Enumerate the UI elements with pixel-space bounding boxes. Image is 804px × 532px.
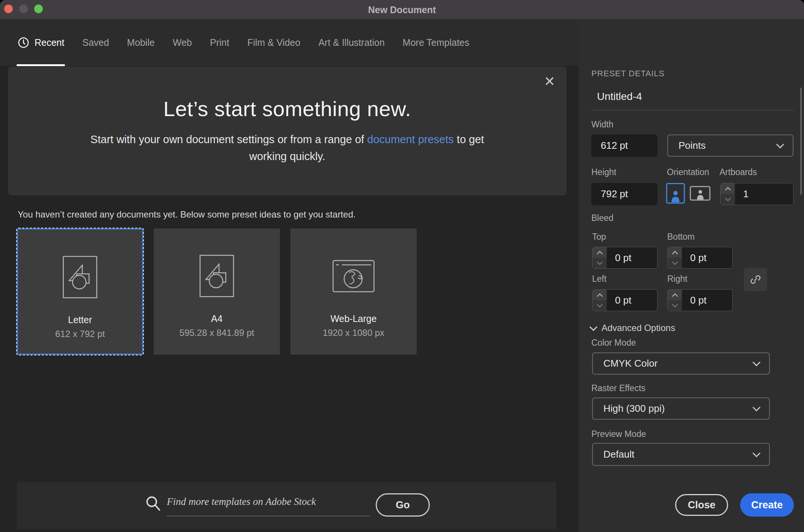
tab-label: Web	[173, 37, 192, 48]
orientation-label: Orientation	[667, 167, 709, 177]
tab-label: Mobile	[127, 37, 155, 48]
go-button[interactable]: Go	[376, 493, 430, 517]
bleed-top-label: Top	[592, 232, 606, 242]
increment-button[interactable]	[592, 290, 607, 300]
browser-globe-icon	[290, 260, 417, 292]
preset-dimensions: 1920 x 1080 px	[290, 328, 417, 338]
chevron-down-icon	[753, 404, 760, 411]
preset-card-web-large[interactable]: Web-Large 1920 x 1080 px	[290, 228, 417, 355]
increment-button[interactable]	[721, 183, 735, 194]
width-label: Width	[591, 119, 614, 130]
raster-effects-dropdown[interactable]: High (300 ppi)	[592, 397, 770, 420]
chevron-down-icon	[672, 259, 678, 265]
raster-effects-value: High (300 ppi)	[603, 403, 754, 414]
orientation-portrait-button[interactable]	[666, 183, 685, 204]
main-content: Let’s start something new. Start with yo…	[0, 66, 579, 532]
search-icon	[145, 496, 161, 512]
preset-card-letter[interactable]: Letter 612 x 792 pt	[17, 228, 143, 355]
decrement-button[interactable]	[592, 300, 607, 311]
tab-label: Art & Illustration	[318, 37, 384, 48]
chevron-down-icon	[753, 449, 760, 457]
chevron-up-icon	[597, 293, 603, 299]
tab-more-templates[interactable]: More Templates	[403, 19, 469, 66]
preset-cards: Letter 612 x 792 pt A4 595.28 x 841.89 p…	[17, 228, 417, 355]
search-input[interactable]	[167, 493, 370, 516]
stepper-buttons	[592, 247, 607, 268]
units-value: Points	[679, 140, 777, 151]
tab-film-video[interactable]: Film & Video	[247, 19, 300, 66]
tab-print[interactable]: Print	[210, 19, 229, 66]
decrement-button[interactable]	[668, 258, 682, 268]
units-dropdown[interactable]: Points	[667, 135, 793, 157]
chevron-down-icon	[597, 301, 603, 307]
decrement-button[interactable]	[668, 300, 682, 311]
increment-button[interactable]	[668, 247, 682, 258]
name-underline-divider	[591, 110, 793, 110]
bleed-label: Bleed	[591, 213, 614, 223]
tab-label: Saved	[82, 37, 109, 48]
chevron-down-icon	[753, 358, 760, 366]
preset-dimensions: 595.28 x 841.89 pt	[154, 328, 280, 338]
clock-icon	[17, 36, 30, 49]
bleed-left-input[interactable]: 0 pt	[607, 290, 657, 311]
create-button[interactable]: Create	[740, 493, 794, 517]
increment-button[interactable]	[592, 247, 607, 258]
advanced-options-toggle[interactable]: Advanced Options	[591, 323, 675, 333]
color-mode-value: CMYK Color	[603, 358, 754, 369]
document-name-field[interactable]: Untitled-4	[597, 91, 642, 103]
tab-mobile[interactable]: Mobile	[127, 19, 155, 66]
decrement-button[interactable]	[592, 258, 607, 268]
preview-mode-dropdown[interactable]: Default	[592, 443, 770, 466]
bleed-left-stepper: 0 pt	[592, 289, 657, 311]
close-icon[interactable]: ✕	[544, 75, 555, 88]
bleed-right-input[interactable]: 0 pt	[682, 290, 732, 311]
presets-intro-text: You haven’t created any documents yet. B…	[18, 209, 356, 220]
preset-details-heading: PRESET DETAILS	[591, 69, 665, 79]
subtitle-text: Start with your own document settings or…	[91, 133, 367, 145]
tab-art-illustration[interactable]: Art & Illustration	[318, 19, 384, 66]
document-presets-link[interactable]: document presets	[367, 133, 454, 145]
titlebar: New Document	[0, 0, 804, 19]
artboard-shapes-icon	[18, 256, 142, 298]
preset-card-a4[interactable]: A4 595.28 x 841.89 pt	[154, 228, 280, 355]
hero-panel: Let’s start something new. Start with yo…	[8, 66, 567, 195]
artboards-input[interactable]: 1	[735, 183, 793, 205]
advanced-options-label: Advanced Options	[601, 323, 675, 333]
preset-name: Web-Large	[290, 313, 417, 324]
raster-effects-label: Raster Effects	[591, 383, 645, 393]
chevron-up-icon	[672, 293, 678, 299]
bleed-bottom-input[interactable]: 0 pt	[682, 247, 732, 268]
bleed-right-label: Right	[667, 274, 688, 284]
chevron-down-icon	[597, 259, 603, 265]
window-title: New Document	[0, 0, 804, 19]
tab-label: Recent	[35, 37, 64, 48]
hero-title: Let’s start something new.	[8, 97, 567, 121]
person-portrait-icon	[670, 190, 681, 203]
tab-label: Print	[210, 37, 229, 48]
height-label: Height	[591, 167, 616, 177]
decrement-button[interactable]	[721, 194, 735, 205]
width-input[interactable]: 612 pt	[591, 135, 657, 157]
bleed-left-label: Left	[592, 274, 606, 284]
bleed-top-input[interactable]: 0 pt	[607, 247, 657, 268]
chevron-down-icon	[725, 195, 731, 201]
chevron-up-icon	[672, 251, 678, 257]
orientation-landscape-button[interactable]	[690, 186, 710, 201]
height-input[interactable]: 792 pt	[591, 183, 657, 205]
stepper-buttons	[721, 183, 735, 205]
color-mode-dropdown[interactable]: CMYK Color	[592, 352, 770, 375]
stepper-buttons	[592, 290, 607, 311]
close-button[interactable]: Close	[675, 494, 728, 516]
artboards-label: Artboards	[719, 167, 757, 177]
link-bleed-values-button[interactable]	[744, 268, 767, 291]
tab-saved[interactable]: Saved	[82, 19, 109, 66]
tab-label: Film & Video	[247, 37, 300, 48]
preview-mode-value: Default	[603, 449, 754, 460]
scrollbar-thumb[interactable]	[800, 88, 802, 195]
chain-link-icon	[750, 274, 762, 286]
preset-dimensions: 612 x 792 pt	[18, 329, 142, 339]
tab-recent[interactable]: Recent	[17, 19, 64, 66]
tab-web[interactable]: Web	[173, 19, 192, 66]
artboard-shapes-icon	[154, 255, 280, 297]
increment-button[interactable]	[668, 290, 682, 300]
